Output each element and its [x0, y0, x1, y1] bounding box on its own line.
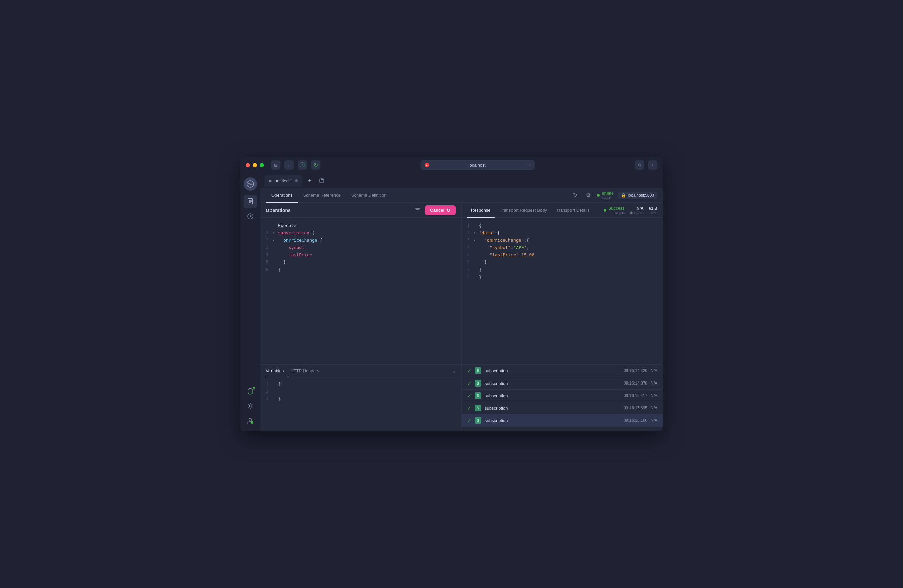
right-panel: Response Transport Request Body Transpor…: [462, 203, 663, 365]
json-line-1: 1 {: [462, 222, 663, 229]
code-editor[interactable]: Execute 1 ▾ subscription {: [260, 218, 461, 365]
minimize-button[interactable]: [253, 163, 257, 167]
user-icon-btn[interactable]: [244, 414, 257, 428]
sub-na-2: N/A: [651, 381, 657, 385]
vars-line-3: 3 }: [260, 395, 461, 402]
response-tabs: Response Transport Request Body Transpor…: [462, 203, 663, 218]
sub-name-5: subscription: [485, 418, 620, 423]
svg-point-6: [249, 405, 252, 407]
sidebar: [240, 173, 260, 431]
add-tab-button[interactable]: +: [305, 176, 315, 186]
cancel-label: Cancel: [430, 208, 444, 212]
tab-operations[interactable]: Operations: [266, 188, 298, 203]
split-panels: Operations Cancel ↻: [260, 203, 663, 365]
cancel-button[interactable]: Cancel ↻: [425, 206, 456, 215]
json-editor: 1 { 2 ▾ "data" : {: [462, 218, 663, 365]
vars-line-2: 2: [260, 388, 461, 395]
s-badge-4: S: [475, 405, 481, 411]
history-icon-btn[interactable]: [244, 209, 257, 223]
server-label: localhost:5000: [628, 193, 654, 198]
online-badge: online status: [597, 191, 614, 200]
variables-panel: Variables HTTP Headers ⌄ 1 {: [260, 365, 462, 431]
code-line-1: 1 ▾ subscription {: [260, 229, 461, 236]
execute-label: Execute: [278, 223, 296, 228]
tab-bar: ▶ untitled 1 +: [260, 173, 663, 188]
json-line-7: 7 }: [462, 266, 663, 273]
app-body: ▶ untitled 1 + Operations S: [240, 173, 663, 431]
sync-icon-btn[interactable]: [244, 385, 257, 398]
sub-item-4[interactable]: ✓ S subscription 09:16:15.695 N/A: [462, 402, 663, 414]
settings-icon-btn[interactable]: [244, 399, 257, 413]
json-line-8: 8 }: [462, 273, 663, 281]
filter-button[interactable]: [413, 205, 422, 215]
code-execute-line: Execute: [260, 222, 461, 229]
check-icon-2: ✓: [467, 380, 471, 387]
url-text: localhost: [432, 163, 522, 168]
sub-name-4: subscription: [485, 406, 620, 411]
app-window: ⊞ ‹ ⓘ ↻ ● localhost ··· ⎙ +: [240, 157, 663, 431]
traffic-lights: [246, 163, 264, 167]
back-button[interactable]: ‹: [284, 160, 294, 170]
tab-modified-dot: [295, 179, 297, 182]
sub-na-4: N/A: [651, 406, 657, 410]
code-line-5: 5 }: [260, 258, 461, 266]
check-icon-4: ✓: [467, 405, 471, 411]
documents-icon-btn[interactable]: [244, 195, 257, 208]
operations-title: Operations: [266, 208, 413, 213]
lock-icon: 🔒: [621, 193, 626, 198]
tab-response[interactable]: Response: [467, 203, 495, 218]
forward-button[interactable]: ⓘ: [297, 160, 307, 170]
main-content: ▶ untitled 1 + Operations S: [260, 173, 663, 431]
tab-transport-request-body[interactable]: Transport Request Body: [496, 203, 551, 218]
collapse-icon[interactable]: ⌄: [452, 368, 456, 374]
sub-item-5[interactable]: ✓ S subscription 09:16:16.166 N/A: [462, 414, 663, 427]
sub-name-1: subscription: [485, 368, 620, 373]
tab-http-headers[interactable]: HTTP Headers: [290, 365, 323, 377]
s-badge-2: S: [475, 380, 481, 387]
s-badge-5: S: [475, 417, 481, 424]
tab-untitled-1[interactable]: ▶ untitled 1: [264, 175, 302, 187]
tab-transport-details[interactable]: Transport Details: [552, 203, 594, 218]
left-panel: Operations Cancel ↻: [260, 203, 462, 365]
favicon-icon: ●: [425, 163, 429, 167]
sub-name-3: subscription: [485, 393, 620, 398]
json-line-4: 4 "symbol" : "APE" ,: [462, 244, 663, 251]
success-dot: [604, 209, 606, 212]
response-metrics: Success status N/A duration 61 B size: [604, 206, 657, 215]
share-button[interactable]: ⎙: [634, 160, 644, 170]
address-bar-menu-icon[interactable]: ···: [525, 162, 530, 168]
sub-na-5: N/A: [651, 418, 657, 423]
address-bar[interactable]: ● localhost ···: [421, 160, 535, 170]
code-line-3: 3 symbol: [260, 244, 461, 251]
sidebar-toggle-button[interactable]: ⊞: [271, 160, 280, 170]
code-line-4: 4 lastPrice: [260, 251, 461, 258]
check-icon-3: ✓: [467, 393, 471, 399]
json-line-6: 6 }: [462, 258, 663, 266]
new-tab-button[interactable]: +: [648, 160, 657, 170]
vars-line-1: 1 {: [260, 380, 461, 388]
variables-code-editor[interactable]: 1 { 2 3 }: [260, 377, 461, 431]
refresh-button[interactable]: ↻: [311, 160, 321, 170]
svg-point-8: [251, 421, 253, 424]
code-line-2: 2 ▾ onPriceChange {: [260, 236, 461, 244]
check-icon-1: ✓: [467, 368, 471, 374]
json-line-2: 2 ▾ "data" : {: [462, 229, 663, 236]
logo-icon[interactable]: [244, 177, 257, 191]
tab-variables[interactable]: Variables: [266, 365, 288, 377]
close-button[interactable]: [246, 163, 250, 167]
refresh-nav-button[interactable]: ↻: [570, 191, 579, 200]
size-metric: 61 B size: [649, 206, 657, 215]
settings-nav-button[interactable]: ⚙: [584, 191, 593, 200]
tab-schema-definition[interactable]: Schema Definition: [346, 188, 392, 203]
sub-item-3[interactable]: ✓ S subscription 09:16:15.417 N/A: [462, 390, 663, 402]
sub-item-2[interactable]: ✓ S subscription 09:16:14.878 N/A: [462, 377, 663, 390]
tab-schema-reference[interactable]: Schema Reference: [298, 188, 346, 203]
server-badge[interactable]: 🔒 localhost:5000: [618, 192, 657, 199]
check-icon-5: ✓: [467, 417, 471, 424]
save-tab-button[interactable]: [317, 176, 326, 186]
variables-tabs: Variables HTTP Headers ⌄: [260, 365, 461, 377]
sub-item-1[interactable]: ✓ S subscription 09:16:14.420 N/A: [462, 365, 663, 377]
s-badge-1: S: [475, 368, 481, 374]
maximize-button[interactable]: [260, 163, 264, 167]
nav-tabs: Operations Schema Reference Schema Defin…: [260, 188, 663, 203]
